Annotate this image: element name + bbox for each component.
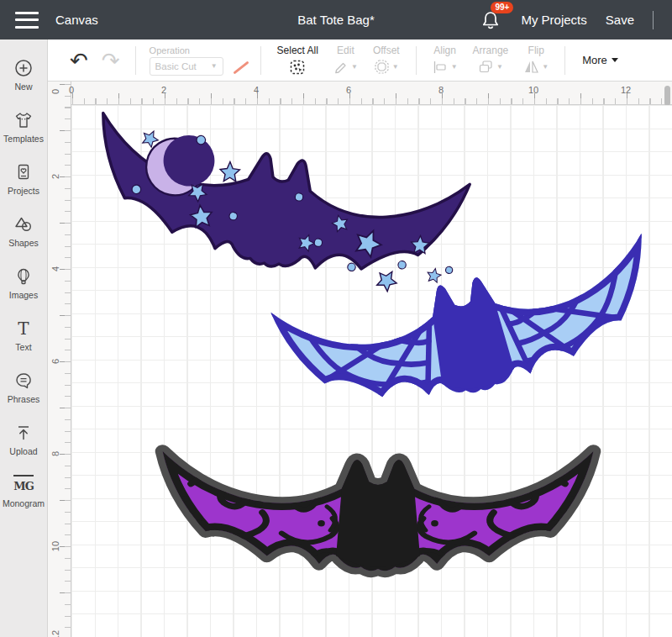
offset-octagon-icon <box>374 59 390 75</box>
more-label: More <box>582 54 607 66</box>
sidebar-item-projects[interactable]: Projects <box>0 154 47 206</box>
canvas-workspace[interactable]: 0 2 4 6 8 10 12 0 2 4 6 8 10 12 <box>48 82 672 637</box>
tshirt-icon <box>13 110 34 130</box>
offset-button[interactable]: Offset ▼ <box>365 45 407 76</box>
save-button[interactable]: Save <box>606 13 634 27</box>
edit-label: Edit <box>337 45 354 56</box>
offset-label: Offset <box>373 45 400 56</box>
chevron-down-icon: ▼ <box>211 62 218 70</box>
plus-circle-icon <box>13 58 34 78</box>
chevron-down-icon: ▼ <box>542 63 549 71</box>
ruler-label: 6 <box>346 85 351 95</box>
scrollbar-thumb[interactable] <box>664 86 670 106</box>
arrange-layers-icon <box>478 60 494 74</box>
select-all-label: Select All <box>277 45 318 56</box>
upload-arrow-icon <box>13 423 34 443</box>
select-all-button[interactable]: Select All <box>270 45 326 76</box>
sidebar-item-label: Templates <box>3 134 44 144</box>
canvas-label[interactable]: Canvas <box>55 13 98 27</box>
align-icon <box>433 61 449 74</box>
sidebar-item-label: Text <box>15 342 31 352</box>
sidebar-item-images[interactable]: Images <box>0 258 47 310</box>
cricut-design-space-app: Canvas Bat Tote Bag* 99+ My Projects Sav… <box>0 0 672 637</box>
ruler-label: 6 <box>50 359 60 364</box>
chevron-down-icon: ▼ <box>392 63 399 71</box>
hamburger-menu-icon[interactable] <box>15 12 39 29</box>
ruler-label: 0 <box>50 89 60 94</box>
toolbar-divider <box>135 46 136 75</box>
horizontal-ruler: 0 2 4 6 8 10 12 <box>71 82 672 105</box>
sidebar-item-monogram[interactable]: MG Monogram <box>0 466 47 519</box>
ruler-label: 2 <box>50 174 60 179</box>
sidebar-item-label: New <box>14 82 32 92</box>
letter-t-icon: T <box>13 318 34 339</box>
sidebar-item-label: Projects <box>8 186 39 196</box>
sidebar-item-phrases[interactable]: Phrases <box>0 362 47 414</box>
navbar-right-group: 99+ My Projects Save <box>480 9 672 31</box>
select-all-icon <box>289 58 306 76</box>
ruler-label: 8 <box>50 451 60 456</box>
my-projects-link[interactable]: My Projects <box>521 13 586 27</box>
sidebar-item-upload[interactable]: Upload <box>0 414 47 466</box>
flip-label: Flip <box>528 45 544 56</box>
canvas-grid[interactable]: − 75% + <box>71 105 672 637</box>
align-label: Align <box>433 45 456 56</box>
sidebar-item-label: Images <box>9 290 38 300</box>
sidebar-item-text[interactable]: T Text <box>0 310 47 362</box>
sidebar-item-label: Phrases <box>8 394 40 404</box>
sidebar-item-label: Upload <box>9 446 37 456</box>
ruler-label: 12 <box>50 630 60 637</box>
color-swatch[interactable] <box>230 58 252 75</box>
balloon-icon <box>13 266 34 287</box>
sidebar-item-shapes[interactable]: Shapes <box>0 206 47 258</box>
undo-button[interactable]: ↶ <box>63 50 95 71</box>
bat-filigree-design[interactable] <box>151 429 605 598</box>
triangle-circle-icon <box>13 214 34 234</box>
operation-label: Operation <box>150 45 252 55</box>
speech-bubble-icon <box>13 371 34 391</box>
sidebar-item-new[interactable]: New <box>0 50 47 102</box>
redo-button[interactable]: ↷ <box>95 50 127 71</box>
ruler-label: 10 <box>528 85 538 95</box>
ruler-label: 4 <box>50 266 60 271</box>
ruler-label: 12 <box>621 85 631 95</box>
arrange-button[interactable]: Arrange ▼ <box>465 45 517 76</box>
align-button[interactable]: Align ▼ <box>425 45 465 76</box>
monogram-icon: MG <box>13 475 34 495</box>
ruler-label: 4 <box>254 85 259 95</box>
ruler-label: 0 <box>69 85 74 95</box>
edit-button[interactable]: Edit ▼ <box>326 45 365 76</box>
sidebar-item-label: Shapes <box>8 238 39 248</box>
arrange-label: Arrange <box>473 45 509 56</box>
edit-toolbar: ↶ ↷ Operation Basic Cut ▼ Select All Edi… <box>48 39 672 82</box>
toolbar-divider <box>564 46 565 75</box>
flip-button[interactable]: Flip ▼ <box>516 45 556 76</box>
bat-body <box>336 460 420 566</box>
card-heart-icon <box>13 162 34 182</box>
notification-badge: 99+ <box>491 2 513 13</box>
operation-value: Basic Cut <box>155 61 197 71</box>
navbar-divider <box>653 11 654 29</box>
ruler-label: 2 <box>161 85 166 95</box>
chevron-down-icon: ▼ <box>496 63 503 71</box>
left-sidebar: New Templates Projects Shapes Images <box>0 39 48 637</box>
ruler-label: 8 <box>438 85 444 95</box>
operation-select[interactable]: Basic Cut ▼ <box>150 57 223 76</box>
sidebar-item-templates[interactable]: Templates <box>0 102 47 154</box>
more-button[interactable]: More <box>574 54 627 66</box>
vertical-ruler: 0 2 4 6 8 10 12 <box>48 82 71 637</box>
flip-mirror-icon <box>523 60 539 74</box>
toolbar-divider <box>260 46 261 75</box>
notifications-button[interactable]: 99+ <box>480 9 502 31</box>
chevron-down-icon <box>612 58 618 62</box>
chevron-down-icon: ▼ <box>351 63 358 71</box>
pencil-icon <box>333 60 349 75</box>
operation-block: Operation Basic Cut ▼ <box>150 45 252 76</box>
sidebar-item-label: Monogram <box>3 498 45 508</box>
toolbar-divider <box>416 46 417 75</box>
top-navbar: Canvas Bat Tote Bag* 99+ My Projects Sav… <box>0 0 672 39</box>
ruler-label: 10 <box>50 541 60 551</box>
chevron-down-icon: ▼ <box>451 63 458 71</box>
